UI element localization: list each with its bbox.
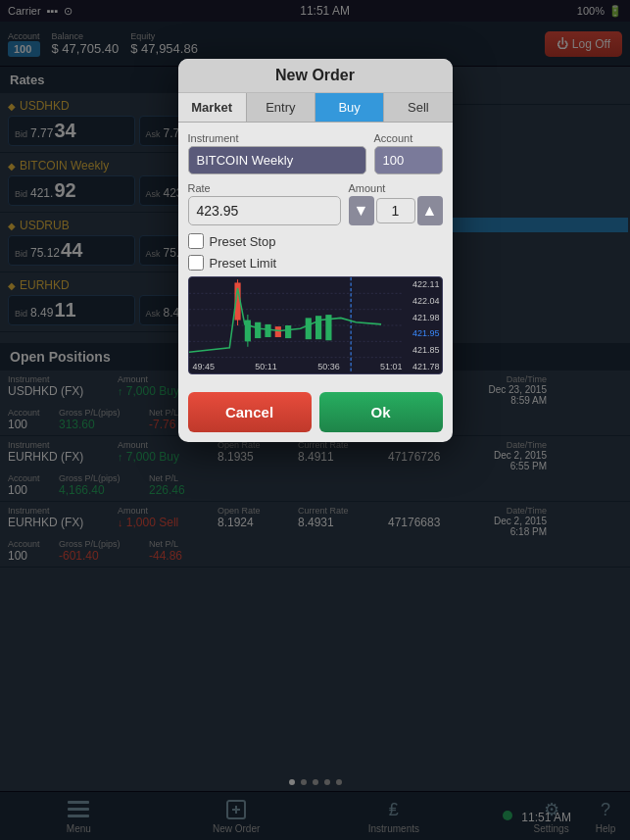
chart-time-0: 49:45 bbox=[193, 362, 216, 371]
tab-market[interactable]: Market bbox=[178, 93, 247, 122]
tab-sell[interactable]: Sell bbox=[384, 93, 452, 122]
amount-stepper: ▼ 1 ▲ bbox=[349, 196, 443, 225]
preset-limit-row: Preset Limit bbox=[188, 255, 443, 271]
instrument-field: Instrument BITCOIN Weekly bbox=[188, 132, 366, 174]
chart-price-0: 422.11 bbox=[412, 279, 440, 289]
svg-rect-18 bbox=[285, 325, 291, 338]
svg-rect-19 bbox=[305, 318, 311, 339]
modal-overlay[interactable]: New Order Market Entry Buy Sell Instrume… bbox=[0, 0, 630, 840]
chart-price-3: 421.95 bbox=[412, 328, 440, 338]
modal-tabs: Market Entry Buy Sell bbox=[178, 93, 453, 123]
account-field: Account 100 bbox=[374, 132, 443, 174]
chart-price-2: 421.98 bbox=[412, 313, 440, 322]
preset-stop-label: Preset Stop bbox=[210, 234, 276, 249]
preset-limit-label: Preset Limit bbox=[210, 256, 277, 271]
amount-decrement-button[interactable]: ▼ bbox=[349, 196, 374, 225]
instrument-account-row: Instrument BITCOIN Weekly Account 100 bbox=[188, 132, 443, 174]
preset-stop-checkbox[interactable] bbox=[188, 233, 204, 249]
preset-stop-row: Preset Stop bbox=[188, 233, 443, 249]
svg-rect-16 bbox=[265, 324, 270, 337]
svg-rect-15 bbox=[255, 322, 261, 338]
account-field-label: Account bbox=[374, 132, 443, 144]
rate-amount-row: Rate 423.95 Amount ▼ 1 ▲ bbox=[188, 182, 443, 225]
instrument-field-label: Instrument bbox=[188, 132, 366, 144]
cancel-button[interactable]: Cancel bbox=[188, 392, 312, 432]
chart-time-labels: 49:45 50:11 50:36 51:01 bbox=[193, 362, 403, 371]
chart-price-5: 421.78 bbox=[412, 362, 440, 371]
account-field-value[interactable]: 100 bbox=[374, 146, 443, 174]
chart-time-2: 50:36 bbox=[317, 362, 340, 371]
amount-value: 1 bbox=[376, 198, 415, 223]
tab-entry[interactable]: Entry bbox=[247, 93, 315, 122]
new-order-modal: New Order Market Entry Buy Sell Instrume… bbox=[178, 59, 453, 442]
chart-price-4: 421.85 bbox=[412, 345, 440, 355]
chart-svg bbox=[189, 277, 442, 373]
modal-actions: Cancel Ok bbox=[178, 392, 453, 442]
instrument-field-value[interactable]: BITCOIN Weekly bbox=[188, 146, 366, 174]
chart-price-labels: 422.11 422.04 421.98 421.95 421.85 421.7… bbox=[412, 277, 440, 373]
modal-title: New Order bbox=[178, 59, 453, 93]
tab-buy[interactable]: Buy bbox=[315, 93, 384, 122]
amount-increment-button[interactable]: ▲ bbox=[417, 196, 443, 225]
chart-price-1: 422.04 bbox=[412, 296, 440, 306]
ok-button[interactable]: Ok bbox=[319, 392, 443, 432]
chart-time-1: 50:11 bbox=[255, 362, 277, 371]
rate-field: Rate 423.95 bbox=[188, 182, 341, 225]
chart-time-3: 51:01 bbox=[380, 362, 403, 371]
amount-field: Amount ▼ 1 ▲ bbox=[349, 182, 443, 225]
amount-field-label: Amount bbox=[349, 182, 443, 194]
mini-chart: 49:45 50:11 50:36 51:01 422.11 422.04 42… bbox=[188, 276, 443, 374]
preset-limit-checkbox[interactable] bbox=[188, 255, 204, 271]
modal-body: Instrument BITCOIN Weekly Account 100 Ra… bbox=[178, 123, 453, 392]
rate-field-label: Rate bbox=[188, 182, 341, 194]
rate-field-value[interactable]: 423.95 bbox=[188, 196, 341, 225]
svg-rect-17 bbox=[274, 326, 280, 337]
